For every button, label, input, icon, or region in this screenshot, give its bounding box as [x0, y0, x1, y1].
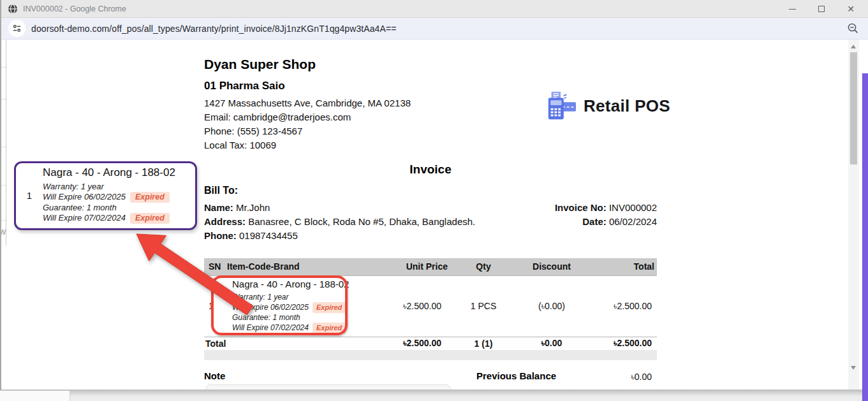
- item-name: Nagra - 40 - Arong - 188-02: [232, 279, 395, 289]
- maximize-icon: [818, 6, 825, 12]
- callout-guarantee: Guarantee: 1 month: [43, 203, 175, 213]
- invoice-title: Invoice: [204, 163, 657, 177]
- background-window-edge: [6, 40, 6, 245]
- zoom-out-button[interactable]: [847, 22, 859, 37]
- previous-balance-label: Previous Balance: [476, 370, 556, 381]
- background-purple-window: [862, 73, 868, 401]
- scroll-down-icon[interactable]: [851, 366, 856, 370]
- item-row: 1 Nagra - 40 - Arong - 188-02 Warranty: …: [204, 275, 657, 337]
- col-discount: Discount: [517, 258, 587, 275]
- col-total: Total: [587, 258, 657, 275]
- scroll-up-icon[interactable]: [851, 45, 856, 48]
- store-branch: 01 Pharma Saio: [204, 80, 285, 92]
- window-title: INV000002 - Google Chrome: [23, 4, 126, 13]
- close-icon: ✕: [847, 4, 855, 13]
- logo-text: Retail POS: [584, 96, 670, 116]
- callout-guarantee-expiry: Will Expire 07/02/2024Expired: [43, 213, 175, 224]
- scrollbar-thumb[interactable]: [850, 52, 857, 164]
- desktop-below-window: [0, 390, 868, 401]
- total-discount: ৳0.00: [517, 337, 587, 350]
- minimize-icon: [789, 9, 796, 10]
- invoice-page: w Dyan Super Shop 01 Pharma Saio 1427 Ma…: [1, 40, 868, 390]
- retail-pos-logo: Retail POS: [545, 91, 670, 121]
- item-guarantee: Guarantee: 1 month: [232, 313, 395, 323]
- table-footer-band: [204, 350, 657, 360]
- total-qty: 1 (1): [450, 337, 517, 350]
- customer-address: Address: Banasree, C Block, Roda No #5, …: [204, 216, 475, 227]
- customer-name: Name: Mr.John: [204, 202, 270, 213]
- tune-icon: [12, 24, 22, 33]
- background-text-fragment: w: [1, 226, 6, 237]
- item-discount: (৳0.00): [517, 275, 587, 337]
- customer-phone: Phone: 01987434455: [204, 230, 298, 241]
- background-tick: [1, 67, 6, 68]
- total-unit-price: ৳2.500.00: [395, 337, 450, 350]
- callout-warranty-expiry: Will Expire 06/02/2025Expired: [43, 192, 175, 203]
- background-window-bottom: [0, 391, 70, 401]
- store-address: 1427 Massachusetts Ave, Cambridge, MA 02…: [204, 98, 411, 108]
- store-phone: Phone: (555) 123-4567: [204, 126, 302, 136]
- callout-sn: 1: [16, 163, 43, 228]
- pos-terminal-icon: [545, 91, 577, 121]
- item-warranty-expiry: Will Expire 06/02/2025Expired: [232, 302, 395, 313]
- callout-warranty: Warranty: 1 year: [43, 182, 175, 192]
- minimize-button[interactable]: [777, 0, 807, 18]
- item-total: ৳2.500.00: [587, 275, 657, 337]
- col-unit-price: Unit Price: [395, 258, 450, 275]
- window-titlebar: INV000002 - Google Chrome ✕: [1, 0, 868, 18]
- magnifier-minus-icon: [847, 22, 859, 34]
- bill-to-heading: Bill To:: [204, 185, 238, 196]
- note-heading: Note: [204, 370, 225, 381]
- vertical-scrollbar[interactable]: [848, 40, 859, 390]
- background-tick: [1, 99, 6, 99]
- callout-item-name: Nagra - 40 - Arong - 188-02: [43, 166, 175, 179]
- background-tick: [1, 185, 6, 186]
- item-sn: 1: [204, 275, 224, 337]
- store-local-tax: Local Tax: 10069: [204, 140, 276, 150]
- total-amount: ৳2.500.00: [587, 337, 657, 350]
- address-bar[interactable]: doorsoft-demo.com/off_pos/all_types/Warr…: [1, 18, 868, 40]
- expired-badge: Expired: [313, 323, 346, 333]
- col-qty: Qty: [450, 258, 517, 275]
- item-qty: 1 PCS: [450, 275, 517, 337]
- globe-favicon-icon: [8, 4, 18, 14]
- total-row: Total ৳2.500.00 1 (1) ৳0.00 ৳2.500.00: [204, 337, 657, 350]
- maximize-button[interactable]: [807, 0, 836, 18]
- item-guarantee-expiry: Will Expire 07/02/2024Expired: [232, 323, 395, 333]
- expired-badge: Expired: [130, 213, 170, 224]
- item-description: Nagra - 40 - Arong - 188-02 Warranty: 1 …: [224, 279, 395, 333]
- store-name: Dyan Super Shop: [204, 57, 316, 72]
- invoice-date: Date: 06/02/2024: [582, 216, 657, 227]
- expired-badge: Expired: [130, 192, 170, 203]
- total-label: Total: [204, 337, 395, 350]
- expired-badge: Expired: [313, 302, 346, 313]
- close-button[interactable]: ✕: [836, 0, 865, 18]
- note-input[interactable]: [205, 384, 451, 390]
- col-item: Item-Code-Brand: [224, 258, 395, 275]
- background-tick: [1, 147, 6, 147]
- magnified-item-callout: 1 Nagra - 40 - Arong - 188-02 Warranty: …: [14, 161, 197, 230]
- item-unit-price: ৳2.500.00: [395, 275, 450, 337]
- store-email: Email: cambridge@traderjoes.com: [204, 112, 351, 122]
- site-info-button[interactable]: [8, 20, 26, 37]
- chrome-window: INV000002 - Google Chrome ✕ doorsoft-dem…: [0, 0, 868, 390]
- item-warranty: Warranty: 1 year: [232, 293, 395, 302]
- url-text[interactable]: doorsoft-demo.com/off_pos/all_types/Warr…: [31, 24, 397, 34]
- table-header-row: SN Item-Code-Brand Unit Price Qty Discou…: [204, 258, 657, 275]
- previous-balance-value: ৳0.00: [631, 372, 652, 383]
- background-tick: [1, 220, 6, 221]
- invoice-number: Invoice No: INV000002: [555, 202, 657, 213]
- items-table: SN Item-Code-Brand Unit Price Qty Discou…: [204, 258, 657, 350]
- col-sn: SN: [204, 258, 224, 275]
